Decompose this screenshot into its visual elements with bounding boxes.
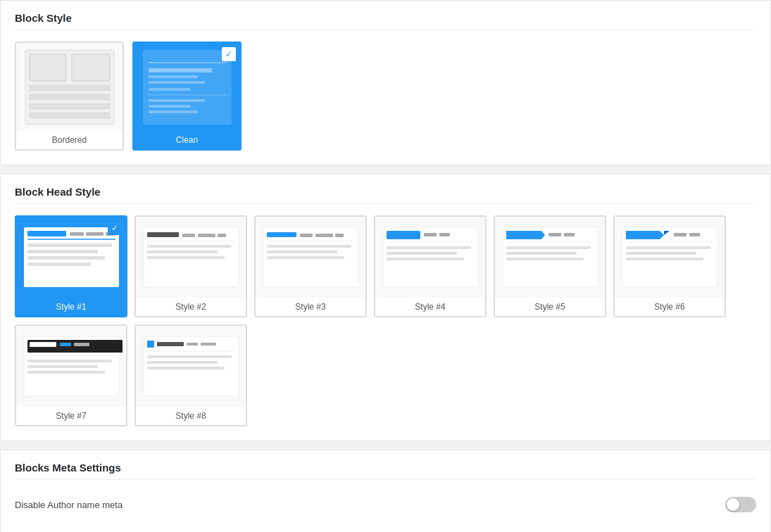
- clean-check-badge: ✓: [222, 47, 236, 61]
- style6-preview: [615, 217, 725, 298]
- svg-rect-15: [149, 105, 191, 108]
- head-style-2[interactable]: Style #2: [134, 215, 247, 317]
- svg-rect-4: [30, 94, 110, 100]
- svg-rect-52: [439, 233, 450, 236]
- head-style-6[interactable]: Style #6: [613, 215, 726, 317]
- svg-rect-27: [27, 262, 91, 266]
- svg-rect-88: [147, 341, 154, 348]
- svg-rect-51: [424, 233, 437, 236]
- svg-rect-70: [674, 233, 687, 236]
- clean-preview-svg: [142, 49, 233, 126]
- bordered-label: Bordered: [16, 131, 123, 149]
- disable-author-label: Disable Author name meta: [15, 500, 123, 510]
- svg-rect-12: [149, 88, 191, 91]
- style7-label: Style #7: [16, 407, 126, 425]
- svg-rect-37: [147, 256, 225, 259]
- head-style-1[interactable]: ✓: [15, 215, 127, 317]
- page-wrapper: Block Style Bor: [0, 0, 771, 532]
- style8-label: Style #8: [136, 407, 246, 425]
- svg-rect-33: [218, 234, 226, 237]
- svg-rect-26: [27, 256, 105, 260]
- head-style-8[interactable]: Style #8: [134, 324, 247, 426]
- style2-label: Style #2: [136, 298, 246, 316]
- svg-rect-60: [549, 233, 561, 236]
- head-style-5[interactable]: Style #5: [494, 215, 606, 317]
- style1-label: Style #1: [16, 298, 126, 316]
- svg-rect-20: [70, 232, 84, 236]
- svg-rect-9: [149, 68, 212, 72]
- svg-rect-11: [149, 81, 205, 84]
- svg-rect-81: [74, 343, 89, 346]
- svg-marker-59: [506, 231, 545, 239]
- disable-author-toggle[interactable]: [725, 497, 756, 512]
- svg-rect-36: [147, 251, 218, 253]
- svg-rect-71: [689, 233, 700, 236]
- svg-rect-73: [626, 246, 710, 249]
- meta-settings-title: Blocks Meta Settings: [15, 462, 756, 480]
- head-style-7[interactable]: Style #7: [15, 324, 127, 426]
- svg-rect-80: [60, 343, 71, 346]
- clean-label: Clean: [134, 131, 240, 149]
- svg-rect-65: [506, 258, 584, 260]
- style4-svg: [380, 224, 482, 291]
- style6-label: Style #6: [615, 298, 725, 316]
- svg-rect-31: [182, 234, 195, 237]
- svg-rect-55: [387, 252, 457, 255]
- bordered-preview-svg: [24, 49, 115, 126]
- block-style-clean[interactable]: ✓ Clean: [132, 42, 242, 151]
- style5-svg: [499, 224, 601, 291]
- bordered-preview: [16, 43, 123, 131]
- svg-rect-61: [564, 233, 575, 236]
- block-style-options: Bordered ✓: [15, 42, 756, 151]
- svg-rect-42: [315, 234, 333, 237]
- svg-rect-91: [201, 343, 216, 346]
- svg-rect-40: [267, 232, 296, 237]
- svg-rect-30: [147, 232, 179, 237]
- svg-rect-75: [626, 258, 703, 260]
- head-style-3[interactable]: Style #3: [254, 215, 367, 317]
- svg-rect-14: [149, 99, 205, 102]
- style7-svg: [20, 333, 123, 400]
- svg-rect-10: [149, 75, 198, 78]
- head-style-4[interactable]: Style #4: [374, 215, 487, 317]
- style3-label: Style #3: [256, 298, 365, 316]
- svg-rect-43: [335, 234, 344, 237]
- svg-rect-90: [187, 343, 198, 346]
- block-style-section: Block Style Bor: [0, 0, 771, 165]
- svg-rect-89: [157, 342, 184, 346]
- head-style-grid: ✓: [15, 215, 756, 426]
- svg-rect-21: [86, 232, 104, 236]
- style3-preview: [256, 217, 365, 298]
- block-style-title: Block Style: [15, 12, 756, 30]
- svg-rect-56: [387, 258, 464, 260]
- style3-svg: [260, 224, 362, 291]
- style4-preview: [375, 217, 485, 298]
- svg-rect-24: [27, 243, 112, 247]
- style2-preview: [136, 217, 246, 298]
- style8-preview: [136, 326, 246, 407]
- block-style-bordered[interactable]: Bordered: [15, 42, 124, 151]
- style7-preview: [16, 326, 126, 407]
- style8-svg: [140, 333, 242, 400]
- svg-marker-68: [626, 231, 664, 239]
- style1-check-badge: ✓: [108, 221, 122, 235]
- svg-rect-16: [149, 110, 198, 113]
- svg-rect-5: [30, 103, 110, 109]
- svg-rect-6: [30, 113, 110, 118]
- svg-rect-83: [27, 360, 112, 362]
- svg-rect-1: [30, 54, 66, 81]
- svg-rect-84: [27, 365, 98, 368]
- meta-settings-section: Blocks Meta Settings Disable Author name…: [0, 450, 771, 532]
- svg-rect-32: [198, 234, 215, 237]
- style6-svg: [619, 224, 721, 291]
- svg-rect-93: [147, 355, 232, 358]
- svg-rect-50: [387, 231, 420, 239]
- svg-rect-7: [143, 50, 232, 125]
- svg-rect-47: [267, 256, 344, 259]
- svg-rect-54: [387, 246, 471, 249]
- style2-svg: [140, 224, 242, 291]
- block-head-style-title: Block Head Style: [15, 186, 756, 204]
- style1-svg: [20, 224, 123, 291]
- svg-rect-41: [300, 234, 313, 237]
- svg-rect-46: [267, 251, 337, 253]
